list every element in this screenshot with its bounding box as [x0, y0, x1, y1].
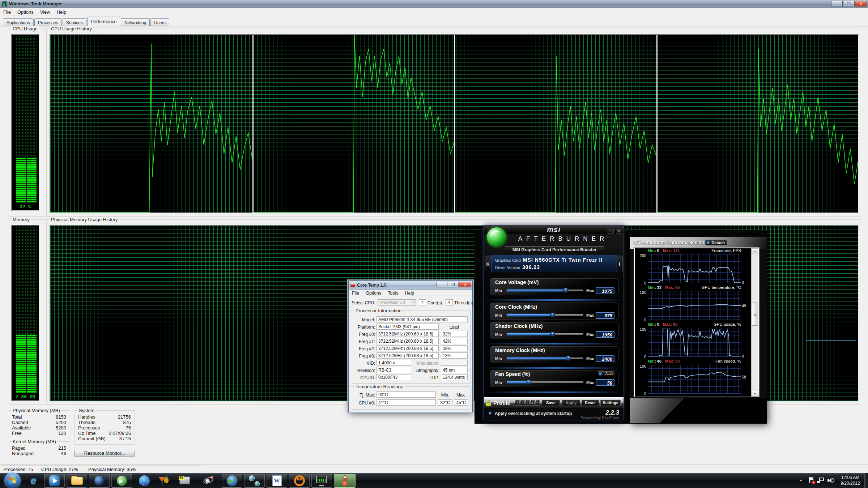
select-cpu-label: Select CPU: — [352, 300, 375, 306]
desktop: Windows Task Manager – ❐ × File Options … — [0, 0, 868, 488]
processor-select[interactable]: Processor #0▼ — [378, 299, 416, 306]
close-button[interactable]: × — [459, 282, 471, 287]
slider-thumb[interactable] — [527, 380, 531, 385]
fan-auto-button[interactable]: Auto — [598, 371, 614, 376]
min-label: Min — [495, 380, 502, 385]
taskbar-item-spheres-app[interactable] — [244, 474, 265, 488]
reset-button[interactable]: Reset — [582, 400, 599, 406]
kombustor-button[interactable]: K — [485, 256, 491, 272]
close-button[interactable]: × — [616, 229, 622, 234]
scrollbar[interactable]: ▲ ▼ — [751, 248, 758, 397]
minimize-button[interactable]: – — [608, 229, 614, 234]
taskbar-item-orange-ring-app[interactable] — [289, 474, 310, 488]
tab-networking[interactable]: Networking — [121, 18, 150, 26]
taskbar-item-explorer[interactable] — [67, 474, 87, 488]
afterburner-window: msi – × AFTERBURNER MSI Graphics Card Pe… — [484, 225, 624, 420]
taskbar-item-download-manager[interactable] — [222, 474, 242, 488]
shader-clock-slider[interactable] — [507, 333, 583, 335]
taskbar-item-fraps[interactable]: 99 — [176, 474, 194, 488]
taskbar-item-media-player[interactable] — [44, 474, 65, 488]
minimize-button[interactable]: – — [437, 282, 447, 287]
network-icon[interactable] — [817, 478, 824, 483]
resource-monitor-button[interactable]: Resource Monitor... — [74, 450, 135, 457]
slider-thumb[interactable] — [563, 288, 568, 293]
scroll-up-icon[interactable]: ▲ — [752, 248, 758, 254]
minimize-button[interactable]: – — [831, 1, 843, 7]
slider-thumb[interactable] — [566, 356, 570, 361]
cpu0-temp: 41°C — [376, 399, 436, 406]
maximize-button[interactable]: ❐ — [843, 1, 855, 7]
taskbar-item-core-temp[interactable] — [334, 474, 356, 488]
show-desktop-button[interactable] — [864, 473, 868, 488]
tab-processes[interactable]: Processes — [34, 18, 62, 26]
temperature-group-label: Temperature Readings — [354, 384, 405, 389]
startup-checkbox[interactable] — [489, 412, 491, 414]
taskbar-item-word[interactable]: W — [267, 474, 287, 488]
core-clock-value[interactable]: 975 — [596, 312, 614, 319]
core-clock-slider[interactable] — [507, 314, 583, 316]
core-voltage-slider[interactable] — [507, 290, 583, 291]
title-bar[interactable]: Core Temp 1.0 – ❐ × — [349, 281, 472, 290]
lock-icon[interactable] — [486, 400, 491, 406]
taskbar-item-internet-explorer[interactable]: e — [23, 474, 44, 488]
profile-1-button[interactable]: 1 — [515, 400, 520, 406]
slider-title: Memory Clock (MHz) — [495, 347, 545, 353]
detach-button[interactable]: Detach — [705, 240, 727, 245]
memory-clock-value[interactable]: 2400 — [596, 355, 614, 362]
fan-speed-slider[interactable] — [507, 381, 583, 383]
action-center-icon[interactable]: × — [809, 477, 814, 484]
fan-speed-value[interactable]: 58 — [596, 379, 614, 386]
y-axis-min: 0 — [635, 281, 646, 285]
slider-thumb[interactable] — [550, 331, 555, 337]
hardware-monitor-window: MSI Afterburner Hardware Monitor Detach … — [630, 237, 767, 423]
core-voltage-value[interactable]: 1075 — [596, 287, 614, 294]
profile-5-button[interactable]: 5 — [535, 400, 540, 406]
taskbar-item-green-globe-app[interactable] — [111, 474, 132, 488]
close-button[interactable]: × — [855, 1, 867, 7]
kernel-memory-group-label: Kernel Memory (MB) — [11, 439, 58, 444]
menu-help[interactable]: Help — [401, 290, 417, 296]
taskbar-item-hardware-monitor[interactable] — [311, 474, 332, 488]
menu-options[interactable]: Options — [362, 290, 384, 296]
tab-performance[interactable]: Performance — [87, 17, 120, 26]
menu-file[interactable]: File — [0, 9, 14, 16]
memory-history-group-label: Physical Memory Usage History — [50, 217, 119, 222]
system-group-label: System — [77, 408, 96, 413]
taskbar-item-browser[interactable] — [89, 474, 110, 488]
green-globe-icon — [117, 476, 127, 486]
scrollbar-thumb[interactable] — [752, 303, 758, 326]
tray-chevron-icon[interactable]: ▲ — [799, 478, 803, 482]
cpu-usage-gauge: 27 % — [11, 34, 39, 211]
profile-2-button[interactable]: 2 — [520, 400, 525, 406]
window-title: Windows Task Manager — [9, 1, 62, 7]
taskbar-clock[interactable]: 12:06 AM 9/20/2012 — [838, 475, 862, 486]
slider-thumb[interactable] — [550, 312, 555, 317]
scroll-down-icon[interactable]: ▼ — [752, 391, 758, 397]
speaker-icon[interactable] — [827, 477, 835, 484]
save-button[interactable]: Save — [542, 400, 560, 406]
menu-help[interactable]: Help — [54, 9, 70, 16]
taskbar-item-zte[interactable]: ZTE — [135, 474, 153, 488]
tab-services[interactable]: Services — [63, 18, 86, 26]
title-bar[interactable]: Windows Task Manager – ❐ × — [0, 0, 868, 8]
freq1-load: 42% — [441, 338, 468, 344]
menu-file[interactable]: File — [349, 290, 362, 296]
apply-button[interactable]: Apply — [562, 400, 580, 406]
start-button[interactable] — [4, 472, 21, 488]
profile-3-button[interactable]: 3 — [525, 400, 530, 406]
tab-applications[interactable]: Applications — [3, 18, 34, 26]
table-row: Handles21756 — [78, 414, 131, 420]
profile-4-button[interactable]: 4 — [530, 400, 535, 406]
taskbar-item-atom-app[interactable] — [199, 474, 218, 488]
shader-clock-value[interactable]: 1950 — [596, 331, 614, 338]
menu-view[interactable]: View — [37, 9, 54, 16]
maximize-button[interactable]: ❐ — [448, 282, 459, 287]
graphics-card-value: MSI N560GTX Ti Twin Frozr II — [523, 257, 603, 263]
memory-clock-slider[interactable] — [507, 358, 583, 359]
info-button[interactable]: i — [616, 256, 623, 272]
settings-button[interactable]: Settings — [600, 400, 621, 406]
menu-options[interactable]: Options — [14, 9, 37, 16]
taskbar-item-cocktail-app[interactable] — [154, 474, 172, 488]
menu-tools[interactable]: Tools — [384, 290, 401, 296]
tab-users[interactable]: Users — [150, 18, 169, 26]
